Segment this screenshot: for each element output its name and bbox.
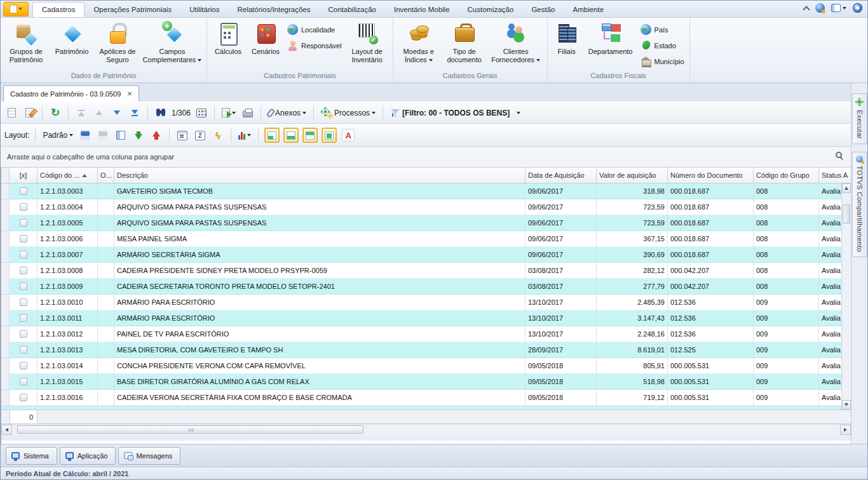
table-row[interactable]: 1.2.1.03.0016 CADEIRA VERONA SECRETÁRIA … bbox=[1, 390, 851, 406]
cell-valor-aquisicao[interactable]: 723,59 bbox=[597, 199, 668, 215]
cell-descricao[interactable]: MESA PAINEL SIGMA bbox=[114, 231, 526, 247]
cell-numero-documento[interactable]: 000.018.687 bbox=[668, 183, 754, 199]
cell-numero-documento[interactable]: 000.018.687 bbox=[668, 231, 754, 247]
cell-valor-aquisicao[interactable]: 805,91 bbox=[597, 358, 668, 374]
cell-data-aquisicao[interactable]: 09/06/2017 bbox=[526, 231, 597, 247]
row-checkbox-cell[interactable] bbox=[10, 342, 37, 358]
table-row[interactable]: 1.2.1.03.0012 PAINEL DE TV PARA ESCRITÓR… bbox=[1, 326, 851, 342]
cell-o[interactable] bbox=[98, 358, 114, 374]
cell-descricao[interactable]: CONCHA PRESIDENTE VERONA COM CAPA REMOVÍ… bbox=[114, 358, 526, 374]
cell-numero-documento[interactable]: 000.005.531 bbox=[668, 390, 754, 406]
layout-switcher-button[interactable] bbox=[831, 4, 846, 12]
cell-codigo[interactable]: 1.2.1.03.0007 bbox=[37, 247, 98, 263]
cell-codigo[interactable]: 1.2.1.03.0003 bbox=[37, 183, 98, 199]
scroll-right-button[interactable] bbox=[840, 425, 851, 435]
clientes-fornecedores-button[interactable]: Clientes Fornecedores bbox=[487, 19, 545, 70]
table-row[interactable]: 1.2.1.03.0009 CADEIRA SECRETARIA TORONTO… bbox=[1, 279, 851, 295]
cell-data-aquisicao[interactable]: 13/10/2017 bbox=[526, 295, 597, 310]
cell-o[interactable] bbox=[98, 199, 114, 215]
cell-data-aquisicao[interactable]: 09/05/2018 bbox=[526, 390, 597, 406]
cell-o[interactable] bbox=[98, 390, 114, 406]
cell-descricao[interactable]: CADEIRA VERONA SECRETÁRIA FIXA COM BRAÇO… bbox=[114, 390, 526, 406]
cell-data-aquisicao[interactable]: 09/06/2017 bbox=[526, 215, 597, 231]
cell-descricao[interactable]: BASE DIRETOR GIRATÓRIA ALUMÍNIO A GAS CO… bbox=[114, 374, 526, 390]
cell-codigo[interactable]: 1.2.1.03.0010 bbox=[37, 295, 98, 310]
cell-data-aquisicao[interactable]: 03/08/2017 bbox=[526, 279, 597, 295]
cell-numero-documento[interactable]: 000.018.687 bbox=[668, 199, 754, 215]
side-tab-totvs-compartilhamento[interactable]: TOTVS Compartilhamento bbox=[852, 152, 867, 257]
row-checkbox[interactable] bbox=[20, 378, 27, 385]
cell-o[interactable] bbox=[98, 295, 114, 310]
cell-descricao[interactable]: ARQUIVO SIGMA PARA PASTAS SUSPENSAS bbox=[114, 215, 526, 231]
table-row[interactable]: 1.2.1.03.0014 CONCHA PRESIDENTE VERONA C… bbox=[1, 358, 851, 374]
cell-codigo-grupo[interactable]: 009 bbox=[754, 358, 819, 374]
refresh-button[interactable]: ↻ bbox=[48, 105, 62, 121]
cell-descricao[interactable]: GAVETEIRO SIGMA TECMOB bbox=[114, 183, 526, 199]
cell-descricao[interactable]: ARMÁRIO PARA ESCRITÓRIO bbox=[114, 295, 526, 310]
application-menu-button[interactable] bbox=[3, 2, 29, 17]
row-checkbox[interactable] bbox=[20, 203, 27, 211]
cell-descricao[interactable]: PAINEL DE TV PARA ESCRITÓRIO bbox=[114, 326, 526, 342]
cell-codigo[interactable]: 1.2.1.03.0013 bbox=[37, 342, 98, 358]
chart-button[interactable] bbox=[237, 128, 252, 143]
anexos-button[interactable]: Anexos bbox=[267, 105, 308, 121]
cell-numero-documento[interactable]: 000.018.687 bbox=[668, 247, 754, 263]
cell-valor-aquisicao[interactable]: 8.619,01 bbox=[597, 342, 668, 358]
cell-codigo-grupo[interactable]: 009 bbox=[754, 295, 819, 310]
cell-descricao[interactable]: MESA DIRETORIA, COM GAVETEIRO E TAMPO SH bbox=[114, 342, 526, 358]
cell-numero-documento[interactable]: 000.005.531 bbox=[668, 358, 754, 374]
table-row[interactable]: 1.2.1.03.0013 MESA DIRETORIA, COM GAVETE… bbox=[1, 342, 851, 358]
responsavel-button[interactable]: Responsável bbox=[285, 39, 344, 52]
localidade-button[interactable]: Localidade bbox=[285, 23, 344, 36]
campos-complementares-button[interactable]: Campos Complementares bbox=[140, 19, 204, 70]
cell-valor-aquisicao[interactable]: 367,15 bbox=[597, 231, 668, 247]
column-header-numero-documento[interactable]: Número do Documento bbox=[668, 168, 754, 183]
cell-valor-aquisicao[interactable]: 390,69 bbox=[597, 247, 668, 263]
processos-button[interactable]: Processos bbox=[320, 105, 377, 121]
row-checkbox-cell[interactable] bbox=[10, 263, 37, 279]
table-row[interactable]: 1.2.1.03.0003 GAVETEIRO SIGMA TECMOB 09/… bbox=[1, 183, 851, 199]
cell-numero-documento[interactable]: 000.018.687 bbox=[668, 215, 754, 231]
import-layout-button[interactable] bbox=[132, 128, 146, 143]
row-checkbox-cell[interactable] bbox=[10, 374, 37, 390]
row-checkbox[interactable] bbox=[20, 314, 27, 322]
cell-o[interactable] bbox=[98, 310, 114, 326]
cell-codigo-grupo[interactable]: 009 bbox=[754, 374, 819, 390]
row-checkbox[interactable] bbox=[20, 362, 27, 370]
menu-tab-relatorios-integracoes[interactable]: Relatórios/Integrações bbox=[228, 3, 319, 17]
cell-codigo[interactable]: 1.2.1.03.0005 bbox=[37, 215, 98, 231]
cell-data-aquisicao[interactable]: 03/08/2017 bbox=[526, 263, 597, 279]
cell-codigo-grupo[interactable]: 008 bbox=[754, 215, 819, 231]
table-row[interactable]: 1.2.1.03.0015 BASE DIRETOR GIRATÓRIA ALU… bbox=[1, 374, 851, 390]
cell-codigo[interactable]: 1.2.1.03.0009 bbox=[37, 279, 98, 295]
previous-record-button[interactable] bbox=[92, 105, 106, 121]
scroll-down-button[interactable] bbox=[842, 400, 851, 410]
cell-descricao[interactable]: CADEIRA SECRETARIA TORONTO PRETA MODELO … bbox=[114, 279, 526, 295]
horizontal-scrollbar[interactable] bbox=[1, 423, 851, 435]
menu-tab-customizacao[interactable]: Customização bbox=[459, 3, 523, 17]
grid-view-button[interactable] bbox=[194, 105, 208, 121]
close-icon[interactable]: × bbox=[127, 91, 132, 97]
layout-preset-dropdown[interactable]: Padrão bbox=[41, 128, 74, 143]
cell-valor-aquisicao[interactable]: 518,98 bbox=[597, 374, 668, 390]
row-checkbox[interactable] bbox=[20, 283, 27, 290]
menu-tab-gestao[interactable]: Gestão bbox=[522, 3, 564, 17]
row-checkbox[interactable] bbox=[20, 187, 27, 195]
row-checkbox-cell[interactable] bbox=[10, 279, 37, 295]
table-row[interactable]: 1.2.1.03.0004 ARQUIVO SIGMA PARA PASTAS … bbox=[1, 199, 851, 215]
table-row[interactable]: 1.2.1.03.0006 MESA PAINEL SIGMA 09/06/20… bbox=[1, 231, 851, 247]
cell-codigo-grupo[interactable]: 008 bbox=[754, 183, 819, 199]
last-record-button[interactable] bbox=[128, 105, 142, 121]
bottom-tab-sistema[interactable]: Sistema bbox=[6, 447, 57, 465]
cell-codigo-grupo[interactable]: 008 bbox=[754, 263, 819, 279]
print-button[interactable] bbox=[241, 105, 255, 121]
cell-codigo[interactable]: 1.2.1.03.0016 bbox=[37, 390, 98, 406]
column-header-check[interactable]: [x] bbox=[10, 168, 37, 183]
view-mode-3-button[interactable] bbox=[302, 128, 318, 143]
row-checkbox-cell[interactable] bbox=[10, 358, 37, 374]
cell-data-aquisicao[interactable]: 13/10/2017 bbox=[526, 310, 597, 326]
cell-o[interactable] bbox=[98, 326, 114, 342]
cenarios-button[interactable]: Cenários bbox=[247, 19, 285, 70]
cell-o[interactable] bbox=[98, 183, 114, 199]
column-header-valor-aquisicao[interactable]: Valor de aquisição bbox=[597, 168, 668, 183]
